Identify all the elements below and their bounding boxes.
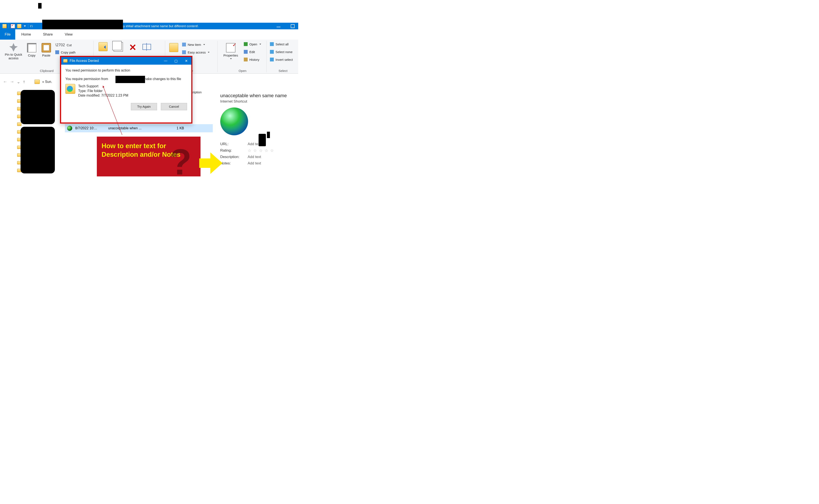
label: Select all [275,42,288,46]
history-icon [244,58,248,61]
nav-recent-dropdown[interactable]: ⌄ [17,79,20,84]
folder-icon [65,84,75,94]
tab-view[interactable]: View [59,29,79,40]
dialog-file-type: Type: File folder [78,89,128,93]
group-label-open: Open [218,69,266,73]
copy-path-button[interactable]: Copy path [55,49,75,55]
file-size: 1 KB [171,126,184,130]
window-maximize-button[interactable] [290,23,296,29]
select-none-button[interactable]: Select none [270,49,293,55]
dialog-message-2b: to make changes to this file [139,77,181,81]
nav-up-button[interactable]: ↑ [23,79,25,84]
folder-icon [63,59,67,63]
ribbon-tabs: File Home Share View [0,29,298,40]
details-type: Internet Shortcut [220,99,297,104]
invert-selection-button[interactable]: Invert select [270,57,293,62]
prop-value-add-text[interactable]: Add text [248,155,261,159]
tab-home[interactable]: Home [15,29,37,40]
paste-button[interactable]: Paste [40,43,53,57]
rating-stars[interactable]: ☆ ☆ ☆ ☆ ☆ [248,148,274,153]
prop-value-add-text[interactable]: Add text [248,161,261,166]
file-date: 8/7/2022 10:... [75,126,105,130]
chevron-down-icon [203,44,205,45]
window-minimize-button[interactable] [275,23,281,29]
annotation-callout: ? How to enter text for Description and/… [97,137,200,176]
dialog-message-1: You need permission to perform this acti… [65,69,187,72]
tab-file[interactable]: File [0,29,15,40]
move-to-icon[interactable] [99,42,107,51]
cut-button[interactable]: \2702Cut [55,42,75,48]
callout-text: How to enter text for Description and/or… [102,142,181,158]
annotation-arrow [199,152,223,174]
redaction-block [115,76,145,83]
chevron-down-icon [259,44,261,45]
try-again-button[interactable]: Try Again [131,103,157,110]
copy-icon [27,43,36,52]
folder-icon [2,24,7,28]
open-button[interactable]: Open [244,41,261,47]
paste-icon [42,43,51,52]
rename-icon[interactable] [142,44,151,50]
folder-icon [17,122,21,126]
nav-back-button[interactable]: ← [3,79,7,84]
separator [28,24,28,28]
select-none-icon [270,50,274,54]
label: Edit [249,50,255,54]
path-suffix: unny eMail attachment same name but diff… [118,24,198,28]
prop-key: Rating: [220,148,248,153]
pin-to-quick-access-button[interactable]: Pin to Quick access [4,43,23,60]
redaction-block [21,90,55,124]
redaction-mark [38,3,42,9]
label: Copy path [61,51,75,54]
label: Select none [275,50,292,54]
delete-icon[interactable]: ✕ [129,42,136,53]
select-all-icon [270,42,274,46]
qat-dropdown-icon[interactable] [24,25,26,27]
label: Open [249,42,257,46]
folder-icon [34,80,40,84]
new-item-icon [182,43,186,46]
dialog-file-access-denied: File Access Denied — ▢ ✕ You need permis… [60,56,192,124]
label: Invert select [275,58,293,61]
chevron-down-icon [230,58,232,59]
easy-access-icon [182,50,186,54]
label: Paste [42,54,50,57]
dialog-close-button[interactable]: ✕ [181,57,191,65]
properties-qat-icon[interactable] [11,24,15,28]
label: Properties [223,54,238,57]
internet-shortcut-icon [67,126,72,131]
dialog-titlebar: File Access Denied — ▢ ✕ [61,57,191,65]
globe-thumbnail [220,107,248,135]
dialog-message-2a: You require permission from [65,77,109,81]
new-folder-icon[interactable] [169,43,178,52]
redaction-mark [267,132,270,138]
invert-icon [270,58,274,61]
new-folder-qat-icon[interactable] [17,24,21,28]
copy-path-icon [55,50,59,54]
nav-forward-button[interactable]: → [10,79,14,84]
history-button[interactable]: History [244,57,261,62]
dialog-file-name: Tech Support [78,84,128,89]
file-row-selected[interactable]: 8/7/2022 10:... unacceptable when ... 1 … [65,124,213,132]
dialog-minimize-button[interactable]: — [160,57,171,65]
select-all-button[interactable]: Select all [270,41,293,47]
open-icon [244,42,248,46]
dialog-maximize-button[interactable]: ▢ [171,57,181,65]
edit-button[interactable]: Edit [244,49,261,55]
label: New item [188,43,201,46]
file-name: unacceptable when ... [108,126,168,130]
properties-button[interactable]: Properties [221,43,241,59]
tab-share[interactable]: Share [37,29,59,40]
copy-button[interactable]: Copy [25,43,38,57]
cancel-button[interactable]: Cancel [161,103,187,110]
edit-icon [244,50,248,54]
dialog-file-date: Date modified: 7/7/2022 1:23 PM [78,93,128,98]
new-item-button[interactable]: New item [182,42,209,47]
chevron-down-icon [208,52,209,53]
copy-to-icon[interactable] [113,42,123,52]
easy-access-button[interactable]: Easy access [182,49,209,55]
pin-icon [9,43,18,52]
label: Pin to Quick access [4,53,23,60]
breadcrumb[interactable]: « Sun. [42,80,52,84]
scissors-icon: \2702 [55,43,65,47]
